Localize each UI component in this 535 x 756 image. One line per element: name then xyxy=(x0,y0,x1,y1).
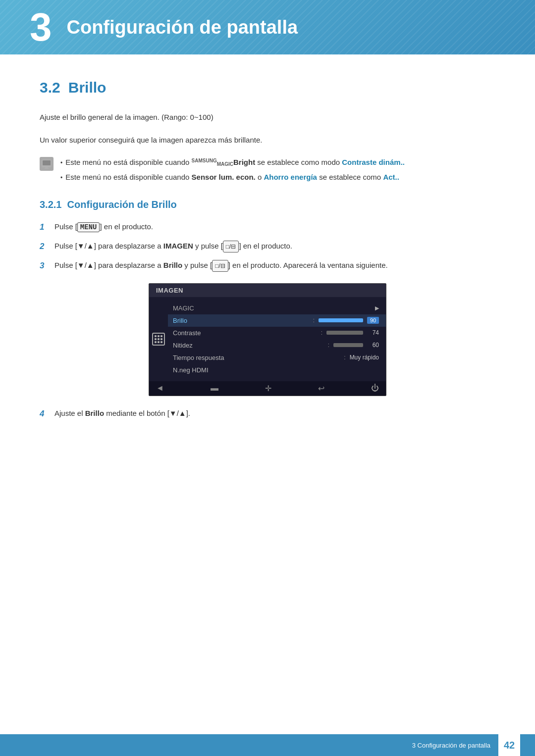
sidebar-icon-grid xyxy=(155,335,162,343)
footer-icon-minus: ▬ xyxy=(211,384,218,393)
step-text-4: Ajuste el Brillo mediante el botón [▼/▲]… xyxy=(54,407,495,420)
step-number-2: 2 xyxy=(40,240,49,254)
menu-item-contraste-left: Contraste xyxy=(173,329,201,337)
contraste-bar-container xyxy=(326,331,363,335)
subsection-number: 3.2.1 xyxy=(40,199,61,210)
menu-item-magic-left: MAGIC xyxy=(173,304,194,312)
menu-screenshot-header: IMAGEN xyxy=(149,284,386,297)
menu-item-nitidez-left: Nitidez xyxy=(173,342,193,349)
menu-item-magic: MAGIC ▶ xyxy=(168,302,386,314)
step-text-2: Pulse [▼/▲] para desplazarse a IMAGEN y … xyxy=(54,240,495,252)
steps-list: 1 Pulse [MENU] en el producto. 2 Pulse [… xyxy=(40,220,495,273)
subsection-title: 3.2.1 Configuración de Brillo xyxy=(40,199,495,210)
svg-rect-2 xyxy=(45,167,48,168)
nitidez-bar-container xyxy=(333,343,363,347)
menu-item-nitidez-right: : 60 xyxy=(328,342,379,349)
step-number-3: 3 xyxy=(40,259,49,273)
menu-item-nneg: N.neg HDMI xyxy=(168,364,386,376)
note-text-2: Este menú no está disponible cuando Sens… xyxy=(65,171,399,184)
svg-rect-3 xyxy=(44,168,49,169)
note-line-2: • Este menú no está disponible cuando Se… xyxy=(60,171,495,184)
menu-kbd: MENU xyxy=(77,222,100,232)
sidebar-icon xyxy=(152,333,165,346)
menu-label-nneg: N.neg HDMI xyxy=(173,366,209,374)
menu-body: MAGIC ▶ Brillo : 9 xyxy=(149,297,386,381)
menu-label-nitidez: Nitidez xyxy=(173,342,193,349)
footer-icon-enter: ↩ xyxy=(318,384,324,393)
chapter-title: Configuración de pantalla xyxy=(67,17,298,38)
bullet-1: • xyxy=(60,158,62,168)
chapter-number: 3 xyxy=(30,7,52,47)
contraste-colon: : xyxy=(321,329,322,336)
menu-label-tiempo: Tiempo respuesta xyxy=(173,354,224,361)
menu-item-tiempo-left: Tiempo respuesta xyxy=(173,354,224,361)
menu-item-tiempo: Tiempo respuesta : Muy rápido xyxy=(168,352,386,364)
step-1: 1 Pulse [MENU] en el producto. xyxy=(40,220,495,235)
brillo-value: 90 xyxy=(367,317,379,324)
nitidez-colon: : xyxy=(328,342,329,349)
description-2: Un valor superior conseguirá que la imag… xyxy=(40,134,495,147)
tiempo-value: Muy rápido xyxy=(350,354,379,361)
magic-arrow-icon: ▶ xyxy=(375,305,379,311)
footer-chapter-text: 3 Configuración de pantalla xyxy=(412,742,490,749)
note-icon xyxy=(40,157,54,171)
step-4: 4 Ajuste el Brillo mediante el botón [▼/… xyxy=(40,407,495,421)
nitidez-value: 60 xyxy=(367,342,379,349)
footer-page-number: 42 xyxy=(498,734,520,756)
menu-item-brillo-left: Brillo xyxy=(173,317,187,324)
icon-btn-3: □/⊟ xyxy=(212,260,228,272)
icon-btn-2: □/⊟ xyxy=(223,241,239,252)
footer-icon-plus: ✛ xyxy=(265,384,271,393)
main-content: 3.2 Brillo Ajuste el brillo general de l… xyxy=(0,54,535,466)
note-lines: • Este menú no está disponible cuando SA… xyxy=(60,156,495,185)
subsection-heading: Configuración de Brillo xyxy=(67,199,177,210)
footer-icon-left: ◄ xyxy=(156,384,164,393)
menu-screenshot: IMAGEN xyxy=(149,283,386,396)
note-line-1: • Este menú no está disponible cuando SA… xyxy=(60,156,495,169)
note-icon-svg xyxy=(41,159,52,169)
step-number-1: 1 xyxy=(40,220,49,235)
menu-item-brillo: Brillo : 90 xyxy=(168,314,386,327)
menu-item-contraste-right: : 74 xyxy=(321,329,379,336)
note-block: • Este menú no está disponible cuando SA… xyxy=(40,156,495,185)
step-text-1: Pulse [MENU] en el producto. xyxy=(54,220,495,234)
menu-footer: ◄ ▬ ✛ ↩ ⏻ xyxy=(149,381,386,396)
menu-label-contraste: Contraste xyxy=(173,329,201,337)
page-footer: 3 Configuración de pantalla 42 xyxy=(0,734,535,756)
brillo-colon: : xyxy=(313,317,315,324)
nitidez-bar xyxy=(333,343,363,347)
menu-label-magic: MAGIC xyxy=(173,304,194,312)
note-text-1: Este menú no está disponible cuando SAMS… xyxy=(65,156,405,169)
desc-text-1: Ajuste el brillo general de la imagen. (… xyxy=(40,111,495,124)
bullet-2: • xyxy=(60,173,62,183)
step-3: 3 Pulse [▼/▲] para desplazarse a Brillo … xyxy=(40,259,495,273)
menu-item-brillo-right: : 90 xyxy=(313,317,379,324)
step-text-3: Pulse [▼/▲] para desplazarse a Brillo y … xyxy=(54,259,495,272)
menu-item-tiempo-right: : Muy rápido xyxy=(344,354,379,361)
desc-text-2: Un valor superior conseguirá que la imag… xyxy=(40,134,495,147)
menu-item-nneg-left: N.neg HDMI xyxy=(173,366,209,374)
brillo-bar-container xyxy=(319,318,363,322)
brillo-bar xyxy=(319,318,363,322)
footer-icon-power: ⏻ xyxy=(371,384,379,393)
description-1: Ajuste el brillo general de la imagen. (… xyxy=(40,111,495,124)
section-heading: Brillo xyxy=(68,79,107,96)
contraste-value: 74 xyxy=(367,329,379,336)
menu-item-nitidez: Nitidez : 60 xyxy=(168,339,386,352)
menu-item-contraste: Contraste : 74 xyxy=(168,327,386,339)
page-header: 3 Configuración de pantalla xyxy=(0,0,535,54)
menu-label-brillo: Brillo xyxy=(173,317,187,324)
section-title: 3.2 Brillo xyxy=(40,79,495,96)
contraste-bar xyxy=(326,331,363,335)
step-2: 2 Pulse [▼/▲] para desplazarse a IMAGEN … xyxy=(40,240,495,254)
tiempo-colon: : xyxy=(344,354,345,361)
menu-item-magic-right: ▶ xyxy=(375,305,379,311)
step-number-4: 4 xyxy=(40,407,49,421)
menu-items-list: MAGIC ▶ Brillo : 9 xyxy=(168,300,386,378)
svg-rect-1 xyxy=(43,160,51,165)
menu-sidebar xyxy=(149,300,168,378)
section-number: 3.2 xyxy=(40,79,60,96)
